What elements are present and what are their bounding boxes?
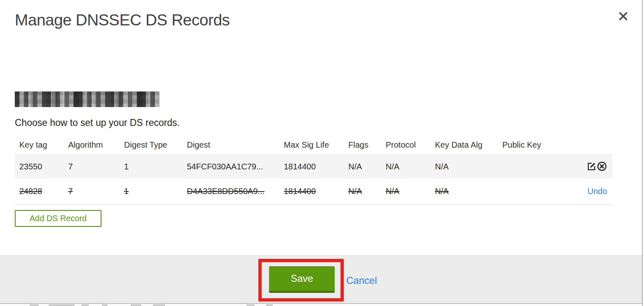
underlying-page-edge <box>0 304 642 306</box>
viewport-right-edge <box>642 0 643 306</box>
cell-key-tag: 23550 <box>15 162 64 171</box>
edit-record-button[interactable] <box>586 161 596 172</box>
close-button[interactable] <box>616 10 630 24</box>
page-artifact <box>48 304 75 306</box>
close-icon <box>618 11 629 23</box>
page-artifact <box>30 304 39 306</box>
domain-name-redacted <box>15 91 159 107</box>
cell-actions: Undo <box>583 187 612 196</box>
table-header-row: Key tag Algorithm Digest Type Digest Max… <box>15 135 612 155</box>
table-row-active-record: 23550 7 1 54FCF030AA1C79... 1814400 N/A … <box>15 155 612 178</box>
cell-algorithm: 7 <box>64 187 120 196</box>
page-artifact <box>81 304 89 306</box>
instruction-text: Choose how to set up your DS records. <box>15 117 179 128</box>
delete-circle-x-icon <box>597 161 607 173</box>
col-header-algorithm: Algorithm <box>64 140 120 150</box>
edit-icon <box>586 161 596 172</box>
manage-dnssec-dialog: Manage DNSSEC DS Records Choose how to s… <box>0 0 644 306</box>
col-header-max-sig-life: Max Sig Life <box>279 140 344 150</box>
col-header-digest: Digest <box>182 140 279 150</box>
cancel-link[interactable]: Cancel <box>346 275 377 286</box>
cell-flags: N/A <box>344 187 381 196</box>
cell-flags: N/A <box>344 162 381 171</box>
cell-key-data-alg: N/A <box>430 162 498 171</box>
cell-key-tag: 24828 <box>15 187 64 196</box>
page-artifact <box>266 304 273 306</box>
page-artifact <box>131 304 141 306</box>
cell-digest: 54FCF030AA1C79... <box>182 162 279 171</box>
cell-protocol: N/A <box>381 187 430 196</box>
col-header-digest-type: Digest Type <box>120 140 182 150</box>
cell-digest-type: 1 <box>120 162 182 171</box>
undo-link[interactable]: Undo <box>587 187 607 196</box>
cell-digest: D4A33E8DD550A9... <box>182 187 279 196</box>
page-artifact <box>102 304 108 306</box>
cell-max-sig-life: 1814400 <box>279 162 344 171</box>
table-row-deleted-record: 24828 7 1 D4A33E8DD550A9... 1814400 N/A … <box>15 178 612 205</box>
ds-records-table: Key tag Algorithm Digest Type Digest Max… <box>15 135 612 205</box>
dialog-footer: Save Cancel <box>0 255 642 303</box>
col-header-key-tag: Key tag <box>15 140 64 150</box>
page-artifact <box>153 304 165 306</box>
cell-key-data-alg: N/A <box>430 187 498 196</box>
save-button[interactable]: Save <box>269 266 335 293</box>
cell-actions <box>583 161 612 173</box>
cell-max-sig-life: 1814400 <box>279 187 344 196</box>
col-header-public-key: Public Key <box>498 140 583 150</box>
col-header-protocol: Protocol <box>381 140 430 150</box>
cell-digest-type: 1 <box>120 187 182 196</box>
col-header-flags: Flags <box>344 140 381 150</box>
cell-protocol: N/A <box>381 162 430 171</box>
cell-algorithm: 7 <box>64 162 120 171</box>
dialog-title: Manage DNSSEC DS Records <box>15 11 230 29</box>
delete-record-button[interactable] <box>597 161 607 173</box>
add-ds-record-button[interactable]: Add DS Record <box>15 210 101 227</box>
col-header-key-data-alg: Key Data Alg <box>430 140 498 150</box>
page-artifact <box>246 304 255 306</box>
